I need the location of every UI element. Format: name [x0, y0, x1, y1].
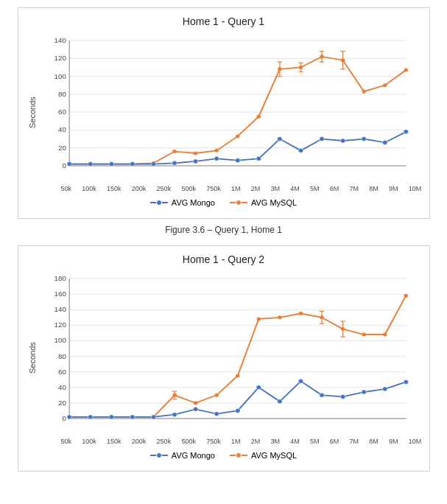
figure-caption1: Figure 3.6 – Query 1, Home 1	[165, 225, 282, 235]
svg-point-116	[151, 415, 156, 419]
svg-text:120: 120	[54, 322, 66, 329]
svg-point-34	[404, 69, 407, 72]
svg-text:160: 160	[54, 290, 66, 298]
x-tick-label: 100k	[82, 438, 96, 445]
x-tick-label: 150k	[107, 438, 122, 445]
chart1-plot: 020406080100120140	[39, 33, 422, 183]
svg-point-114	[109, 415, 114, 419]
x-tick-label: 200k	[132, 185, 147, 192]
svg-point-26	[236, 134, 239, 138]
svg-point-115	[130, 415, 135, 419]
svg-point-48	[88, 162, 93, 167]
x-tick-label: 200k	[132, 438, 147, 445]
svg-point-123	[298, 379, 303, 383]
svg-point-120	[235, 408, 240, 413]
x-tick-label: 1M	[231, 438, 241, 445]
x-tick-label: 250k	[157, 438, 172, 445]
svg-point-94	[236, 374, 239, 377]
svg-point-24	[193, 152, 197, 155]
x-tick-label: 5M	[310, 185, 320, 192]
svg-text:40: 40	[57, 384, 66, 391]
svg-point-63	[404, 130, 409, 134]
x-tick-label: 1M	[231, 185, 241, 192]
chart1-x-axis: 50k100k150k200k250k500k750k1M2M3M4M5M6M7…	[39, 183, 422, 192]
svg-text:100: 100	[54, 337, 66, 345]
svg-point-55	[235, 158, 240, 163]
x-tick-label: 6M	[330, 438, 339, 445]
svg-point-27	[256, 115, 260, 119]
chart1-legend: AVG Mongo AVG MySQL	[26, 198, 422, 207]
x-tick-label: 750k	[206, 185, 221, 192]
svg-text:120: 120	[54, 55, 66, 63]
x-tick-label: 2M	[251, 185, 261, 192]
svg-point-128	[404, 379, 409, 384]
x-tick-label: 100k	[82, 185, 96, 192]
svg-point-59	[319, 137, 324, 141]
svg-point-117	[172, 413, 177, 417]
x-tick-label: 2M	[251, 438, 261, 445]
chart1-title: Home 1 - Query 1	[26, 15, 422, 27]
x-tick-label: 8M	[369, 438, 379, 445]
x-tick-label: 10M	[409, 185, 422, 192]
x-tick-label: 4M	[290, 438, 300, 445]
svg-text:180: 180	[54, 275, 66, 282]
x-tick-label: 750k	[206, 438, 221, 445]
svg-text:80: 80	[57, 353, 66, 360]
svg-point-100	[362, 333, 365, 337]
chart2-legend: AVG Mongo AVG MySQL	[26, 451, 422, 460]
svg-point-122	[277, 399, 282, 404]
x-tick-label: 9M	[389, 185, 398, 192]
svg-text:0: 0	[62, 415, 66, 422]
x-tick-label: 7M	[350, 438, 359, 445]
chart1-container: Home 1 - Query 1 Seconds 020406080100120…	[18, 7, 430, 219]
svg-point-50	[130, 162, 135, 167]
svg-point-102	[404, 294, 407, 298]
svg-point-96	[278, 315, 281, 319]
chart2-legend-mongo: AVG Mongo	[150, 451, 215, 460]
x-tick-label: 3M	[270, 438, 280, 445]
svg-text:80: 80	[57, 91, 66, 98]
svg-point-56	[256, 156, 261, 161]
svg-point-51	[151, 162, 156, 167]
chart2-container: Home 1 - Query 2 Seconds 020406080100120…	[18, 245, 430, 472]
x-tick-label: 50k	[61, 438, 72, 445]
svg-text:20: 20	[57, 399, 66, 407]
chart2-plot: 020406080100120140160180	[39, 271, 422, 436]
x-tick-label: 6M	[330, 185, 339, 192]
svg-text:60: 60	[57, 368, 66, 376]
svg-point-47	[66, 162, 71, 167]
x-tick-label: 500k	[181, 185, 196, 192]
svg-text:60: 60	[57, 108, 66, 116]
chart2-y-label: Seconds	[26, 271, 39, 445]
svg-text:100: 100	[54, 73, 66, 80]
svg-point-62	[382, 140, 387, 144]
chart1-legend-mongo: AVG Mongo	[150, 198, 215, 207]
svg-text:140: 140	[54, 307, 66, 314]
svg-point-118	[193, 407, 198, 411]
x-tick-label: 4M	[290, 185, 300, 192]
svg-point-95	[256, 317, 260, 321]
chart1-y-label: Seconds	[26, 33, 39, 192]
chart2-title: Home 1 - Query 2	[26, 253, 422, 265]
svg-point-33	[383, 83, 387, 87]
chart2-x-axis: 50k100k150k200k250k500k750k1M2M3M4M5M6M7…	[39, 436, 422, 445]
x-tick-label: 3M	[270, 185, 280, 192]
svg-point-112	[66, 415, 71, 419]
svg-point-32	[362, 90, 365, 94]
svg-point-54	[214, 156, 219, 161]
svg-point-93	[214, 393, 218, 397]
svg-point-125	[340, 394, 345, 399]
svg-point-57	[277, 137, 282, 141]
svg-point-53	[193, 159, 198, 164]
svg-point-52	[172, 161, 177, 165]
svg-point-23	[172, 150, 176, 153]
svg-text:140: 140	[54, 37, 66, 44]
chart2-legend-mysql: AVG MySQL	[230, 451, 297, 460]
svg-point-61	[361, 137, 366, 141]
x-tick-label: 8M	[369, 185, 379, 192]
svg-point-124	[319, 393, 324, 397]
svg-point-126	[361, 390, 366, 394]
svg-point-25	[214, 149, 218, 153]
x-tick-label: 150k	[107, 185, 122, 192]
svg-point-49	[109, 162, 114, 167]
